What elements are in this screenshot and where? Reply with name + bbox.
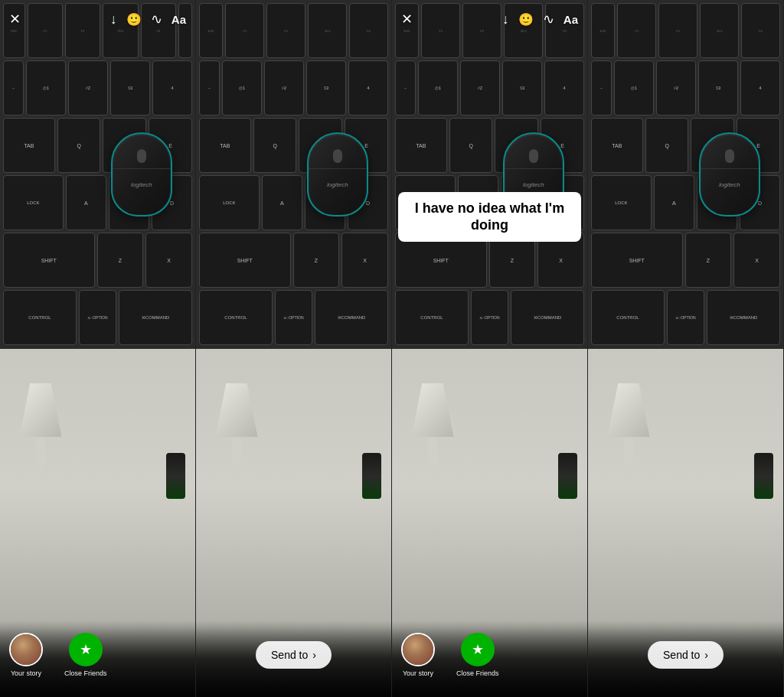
close-friends-label-2: Close Friends (456, 669, 499, 677)
mouse-area-2: logitech (284, 0, 391, 349)
mouse-area-4: logitech (676, 0, 783, 349)
usb-cable-3 (558, 453, 577, 499)
top-bar-3: ✕ Aa (392, 0, 587, 38)
avatar-2 (401, 633, 435, 666)
star-icon-1: ★ (80, 641, 92, 658)
send-to-button-1[interactable]: Send to › (256, 641, 332, 669)
your-story-label-1: Your story (11, 669, 41, 677)
panel-sendto-1: esc F1 F2 20.0 F4 ~ @1 #2 $3 4 tab Q W E… (196, 0, 392, 697)
your-story-button-1[interactable]: Your story (9, 633, 43, 677)
panel-story-2: esc F1 F2 20.0 F4 ~ @1 #2 $3 4 tab Q W E… (392, 0, 588, 697)
keyboard-area-2: esc F1 F2 20.0 F4 ~ @1 #2 $3 4 tab Q W E… (196, 0, 391, 349)
control-key-4: control (591, 290, 665, 345)
download-icon-3[interactable] (502, 11, 509, 28)
download-icon-1[interactable] (110, 11, 117, 28)
aa-text-3[interactable]: Aa (564, 13, 578, 26)
aa-text-1[interactable]: Aa (172, 13, 186, 26)
sticker-text: I have no idea what I'm doing (407, 200, 573, 234)
your-story-button-2[interactable]: Your story (401, 633, 435, 677)
lamp-1 (20, 383, 62, 467)
squiggle-icon-1[interactable] (151, 11, 162, 28)
avatar-1 (9, 633, 43, 666)
close-icon-1[interactable]: ✕ (9, 11, 21, 28)
keyboard-area-3: esc F1 F2 20.0 F4 ~ @1 #2 $3 4 tab Q W E… (392, 0, 587, 349)
send-to-button-2[interactable]: Send to › (648, 641, 724, 669)
lamp-2 (216, 383, 258, 467)
panel-sendto-2: esc F1 F2 20.0 F4 ~ @1 #2 $3 4 tab Q W E… (588, 0, 784, 697)
top-bar-1: ✕ Aa (0, 0, 195, 38)
lamp-3 (412, 383, 454, 467)
mouse-4: logitech (699, 132, 760, 217)
usb-cable-2 (362, 453, 381, 499)
usb-cable-4 (754, 453, 773, 499)
keyboard-area-4: esc F1 F2 20.0 F4 ~ @1 #2 $3 4 tab Q W E… (588, 0, 783, 349)
control-key-2: control (199, 290, 273, 345)
lamp-4 (608, 383, 650, 467)
close-friends-button-1[interactable]: ★ Close Friends (64, 633, 107, 677)
face-icon-3[interactable] (518, 11, 534, 28)
mouse-area-3: logitech (480, 0, 587, 349)
squiggle-icon-3[interactable] (543, 11, 554, 28)
keyboard-area-1: esc F1 F2 20.0 F4 ~ @1 #2 $3 4 tab Q W E (0, 0, 195, 349)
control-key: control (3, 290, 77, 345)
bottom-bar-1: Your story ★ Close Friends (0, 620, 195, 697)
close-friends-button-2[interactable]: ★ Close Friends (456, 633, 499, 677)
close-friends-icon-1: ★ (69, 633, 103, 666)
mouse-2: logitech (307, 132, 368, 217)
face-icon-1[interactable] (126, 11, 142, 28)
bottom-bar-3: Your story ★ Close Friends (392, 620, 587, 697)
close-icon-3[interactable]: ✕ (401, 11, 413, 28)
bottom-bar-4: Send to › (588, 620, 783, 697)
your-story-label-2: Your story (403, 669, 433, 677)
control-key-3: control (395, 290, 469, 345)
mouse-area-1: logitech (88, 0, 195, 349)
star-icon-2: ★ (472, 641, 484, 658)
usb-cable-1 (166, 453, 185, 499)
text-sticker[interactable]: I have no idea what I'm doing (398, 192, 582, 242)
mouse-1: logitech (111, 132, 172, 217)
bottom-bar-2: Send to › (196, 620, 391, 697)
close-friends-label-1: Close Friends (64, 669, 107, 677)
panel-story-1: esc F1 F2 20.0 F4 ~ @1 #2 $3 4 tab Q W E (0, 0, 196, 697)
close-friends-icon-2: ★ (461, 633, 495, 666)
